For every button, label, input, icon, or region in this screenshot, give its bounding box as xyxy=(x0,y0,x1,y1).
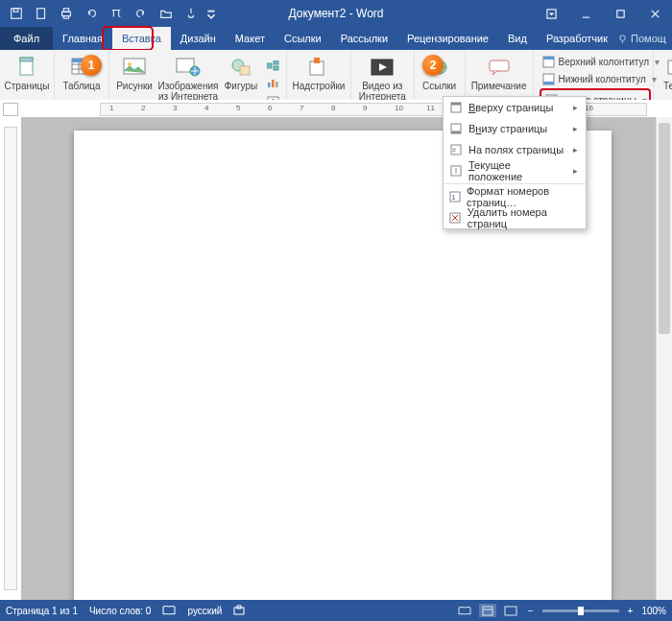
tab-review[interactable]: Рецензирование xyxy=(397,27,498,50)
tab-references[interactable]: Ссылки xyxy=(275,27,331,50)
vertical-scrollbar[interactable] xyxy=(656,117,672,600)
menu-top-of-page[interactable]: Вверху страницы ▸ xyxy=(444,97,586,118)
tab-home[interactable]: Главная xyxy=(53,27,112,50)
online-video-button[interactable]: Видео изИнтернета xyxy=(355,52,409,102)
zoom-level[interactable]: 100% xyxy=(641,606,666,616)
svg-text:1: 1 xyxy=(452,194,456,201)
menu-format-page-numbers[interactable]: 1 Формат номеров страниц… xyxy=(444,186,586,207)
tab-file[interactable]: Файл xyxy=(0,27,53,50)
tell-me[interactable]: Помощ xyxy=(617,33,666,44)
page-margins-icon: # xyxy=(449,143,463,156)
menu-separator xyxy=(444,183,586,184)
comment-button[interactable]: Примечание xyxy=(469,52,529,91)
svg-rect-37 xyxy=(314,58,320,63)
pi-icon[interactable] xyxy=(106,3,127,24)
word-window: Документ2 - Word Файл Главная Вставка Ди… xyxy=(0,0,672,621)
svg-point-11 xyxy=(620,35,626,40)
current-pos-icon xyxy=(449,164,463,178)
page-bottom-icon xyxy=(449,122,463,135)
ribbon-options-icon[interactable] xyxy=(534,0,568,27)
pictures-button[interactable]: Рисунки xyxy=(113,52,156,91)
status-spellcheck[interactable] xyxy=(162,605,176,616)
menu-bottom-label: Внизу страницы xyxy=(468,123,547,134)
smartart-button[interactable] xyxy=(263,58,282,74)
view-web-layout[interactable] xyxy=(502,604,519,617)
menu-margins-label: На полях страницы xyxy=(468,144,564,155)
svg-rect-44 xyxy=(543,82,554,84)
menu-remove-label: Удалить номера страниц xyxy=(468,206,578,229)
view-print-layout[interactable] xyxy=(479,604,496,617)
tab-mailings[interactable]: Рассылки xyxy=(331,27,397,50)
page-number-menu: Вверху страницы ▸ Внизу страницы ▸ # На … xyxy=(443,96,587,229)
svg-text:#: # xyxy=(452,147,456,154)
text-label: Текст xyxy=(663,81,672,91)
status-page[interactable]: Страница 1 из 1 xyxy=(6,606,78,616)
tab-layout[interactable]: Макет xyxy=(226,27,275,50)
menu-page-margins[interactable]: # На полях страницы ▸ xyxy=(444,139,586,160)
view-read-mode[interactable] xyxy=(456,604,473,617)
online-pictures-button[interactable]: Изображенияиз Интернета xyxy=(157,52,219,102)
tab-view[interactable]: Вид xyxy=(498,27,537,50)
footer-button[interactable]: Нижний колонтитул▾ xyxy=(540,71,651,87)
shapes-button[interactable]: Фигуры xyxy=(221,52,261,91)
qat-dropdown-icon[interactable] xyxy=(205,3,217,24)
svg-rect-65 xyxy=(483,607,492,615)
svg-rect-40 xyxy=(490,60,509,71)
maximize-button[interactable] xyxy=(603,0,637,27)
open-icon[interactable] xyxy=(156,3,177,24)
video-icon xyxy=(369,56,396,79)
menu-current-position[interactable]: Текущее положение ▸ xyxy=(444,160,586,181)
status-bar: Страница 1 из 1 Число слов: 0 русский − … xyxy=(0,600,672,621)
zoom-slider-thumb[interactable] xyxy=(578,607,584,615)
minimize-button[interactable] xyxy=(568,0,603,27)
svg-rect-2 xyxy=(37,9,45,19)
text-button[interactable]: A Текст xyxy=(658,52,672,91)
svg-rect-32 xyxy=(272,80,275,87)
svg-rect-27 xyxy=(240,66,250,75)
quick-print-icon[interactable] xyxy=(56,3,77,24)
status-language[interactable]: русский xyxy=(187,606,222,616)
zoom-out-button[interactable]: − xyxy=(525,606,537,616)
chevron-right-icon: ▸ xyxy=(573,166,578,176)
svg-rect-0 xyxy=(12,9,22,19)
remove-icon xyxy=(449,211,462,225)
shapes-icon xyxy=(228,56,254,79)
menu-bottom-of-page[interactable]: Внизу страницы ▸ xyxy=(444,118,586,139)
addins-button[interactable]: Надстройки xyxy=(291,52,347,91)
tab-insert[interactable]: Вставка xyxy=(112,27,171,50)
status-macro[interactable] xyxy=(233,605,245,616)
shapes-label: Фигуры xyxy=(225,81,257,91)
scrollbar-thumb[interactable] xyxy=(659,123,670,334)
header-button[interactable]: Верхний колонтитул▾ xyxy=(540,54,651,70)
redo-icon[interactable] xyxy=(131,3,152,24)
footer-label: Нижний колонтитул xyxy=(559,74,646,84)
save-icon[interactable] xyxy=(6,3,27,24)
svg-rect-5 xyxy=(63,16,68,19)
menu-remove-page-numbers[interactable]: Удалить номера страниц xyxy=(444,207,586,228)
ribbon-tabs: Файл Главная Вставка Дизайн Макет Ссылки… xyxy=(0,27,672,50)
svg-rect-30 xyxy=(274,66,278,70)
tabstop-selector[interactable] xyxy=(3,103,18,116)
tab-design[interactable]: Дизайн xyxy=(171,27,226,50)
svg-rect-33 xyxy=(276,82,278,87)
online-pictures-icon xyxy=(175,56,202,79)
svg-rect-67 xyxy=(505,607,516,615)
chart-button[interactable] xyxy=(263,75,282,91)
touchmode-icon[interactable] xyxy=(180,3,202,24)
zoom-in-button[interactable]: + xyxy=(625,606,636,616)
svg-rect-3 xyxy=(62,12,71,15)
tab-developer[interactable]: Разработчик xyxy=(537,27,617,50)
undo-icon[interactable] xyxy=(81,3,102,24)
svg-rect-53 xyxy=(451,131,461,134)
title-bar: Документ2 - Word xyxy=(0,0,672,27)
pages-button[interactable]: Страницы xyxy=(4,52,50,91)
zoom-slider[interactable] xyxy=(542,609,619,612)
new-doc-icon[interactable] xyxy=(31,3,52,24)
tab-insert-label: Вставка xyxy=(122,33,161,44)
vertical-ruler[interactable] xyxy=(0,117,22,600)
close-button[interactable] xyxy=(637,0,672,27)
status-word-count[interactable]: Число слов: 0 xyxy=(89,606,151,616)
svg-rect-28 xyxy=(267,63,272,68)
header-icon xyxy=(542,56,555,69)
smartart-icon xyxy=(266,60,279,73)
